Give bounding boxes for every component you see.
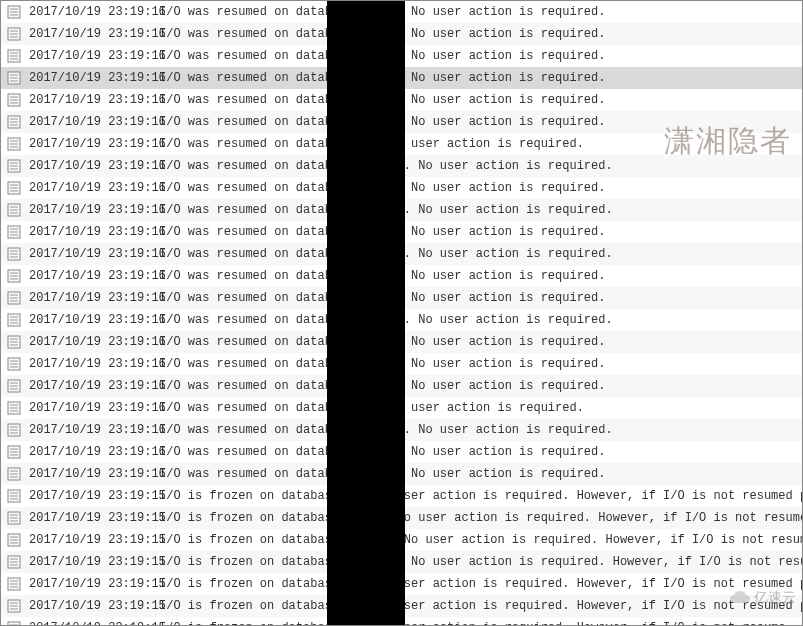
log-entry-icon (7, 27, 21, 41)
log-timestamp: 2017/10/19 23:19:16 (29, 93, 159, 107)
log-entry-icon (7, 467, 21, 481)
log-message: I/O was resumed on database XXXata. No u… (159, 203, 802, 217)
log-message: I/O was resumed on database XXXXX. No us… (159, 335, 802, 349)
log-entry-icon (7, 357, 21, 371)
log-entry-icon (7, 71, 21, 85)
log-timestamp: 2017/10/19 23:19:16 (29, 5, 159, 19)
log-entry-icon (7, 489, 21, 503)
log-message: I/O was resumed on database XXXXX. No us… (159, 467, 802, 481)
log-message: I/O was resumed on database XXXXX. No us… (159, 357, 802, 371)
log-timestamp: 2017/10/19 23:19:15 (29, 511, 159, 525)
log-timestamp: 2017/10/19 23:19:15 (29, 555, 159, 569)
log-entry-icon (7, 379, 21, 393)
log-entry-icon (7, 555, 21, 569)
log-timestamp: 2017/10/19 23:19:16 (29, 335, 159, 349)
log-entry-icon (7, 181, 21, 195)
log-entry-icon (7, 335, 21, 349)
log-timestamp: 2017/10/19 23:19:15 (29, 599, 159, 613)
log-entry-icon (7, 269, 21, 283)
log-entry-icon (7, 49, 21, 63)
log-message: I/O was resumed on database XXXing. No u… (159, 247, 802, 261)
log-entry-icon (7, 115, 21, 129)
log-timestamp: 2017/10/19 23:19:16 (29, 445, 159, 459)
log-message: I/O was resumed on database XXXXX. No us… (159, 115, 802, 129)
log-timestamp: 2017/10/19 23:19:16 (29, 401, 159, 415)
log-message: I/O was resumed on database XXXXX. No us… (159, 93, 802, 107)
log-message: I/O is frozen on database PXXXXX user ac… (159, 599, 802, 613)
log-timestamp: 2017/10/19 23:19:16 (29, 203, 159, 217)
log-message: I/O is frozen on database mXXXXX user ac… (159, 489, 802, 503)
log-timestamp: 2017/10/19 23:19:15 (29, 489, 159, 503)
log-message: I/O was resumed on database XXXXX. user … (159, 137, 802, 151)
log-entry-icon (7, 621, 21, 625)
log-timestamp: 2017/10/19 23:19:16 (29, 27, 159, 41)
log-timestamp: 2017/10/19 23:19:16 (29, 269, 159, 283)
log-entry-icon (7, 93, 21, 107)
log-message: I/O was resumed on database XXXXX. No us… (159, 5, 802, 19)
log-message: I/O was resumed on database XXXXX. No us… (159, 181, 802, 195)
log-entry-icon (7, 225, 21, 239)
log-entry-icon (7, 247, 21, 261)
log-entry-icon (7, 533, 21, 547)
redaction-bar (327, 1, 405, 625)
log-message: I/O was resumed on database XXXX B. No u… (159, 423, 802, 437)
log-timestamp: 2017/10/19 23:19:16 (29, 225, 159, 239)
log-entry-icon (7, 203, 21, 217)
log-message: I/O was resumed on database XXXXX. No us… (159, 27, 802, 41)
log-message: I/O is frozen on database PXXXXX user ac… (159, 577, 802, 591)
log-entry-icon (7, 137, 21, 151)
log-message: I/O was resumed on database XXXXX. No us… (159, 445, 802, 459)
log-entry-icon (7, 577, 21, 591)
log-timestamp: 2017/10/19 23:19:16 (29, 357, 159, 371)
log-message: I/O was resumed on database XXXXX. No us… (159, 225, 802, 239)
log-entry-icon (7, 401, 21, 415)
log-message: I/O was resumed on database XXXXX. No us… (159, 269, 802, 283)
log-message: I/O is frozen on database YXXXXX. No use… (159, 533, 802, 547)
log-message: I/O is frozen on database PXXXXX user ac… (159, 621, 802, 625)
log-timestamp: 2017/10/19 23:19:16 (29, 247, 159, 261)
log-timestamp: 2017/10/19 23:19:16 (29, 313, 159, 327)
log-message: I/O is frozen on database HXXXX a. No us… (159, 555, 802, 569)
log-entry-icon (7, 159, 21, 173)
log-timestamp: 2017/10/19 23:19:15 (29, 621, 159, 625)
log-entry-icon (7, 423, 21, 437)
log-timestamp: 2017/10/19 23:19:16 (29, 291, 159, 305)
log-message: I/O was resumed on database XXXXba. No u… (159, 159, 802, 173)
log-message: I/O is frozen on database CXXXXX No user… (159, 511, 802, 525)
log-message: I/O was resumed on database XXXXX. No us… (159, 71, 802, 85)
log-entry-icon (7, 445, 21, 459)
log-timestamp: 2017/10/19 23:19:16 (29, 71, 159, 85)
log-entry-icon (7, 511, 21, 525)
log-timestamp: 2017/10/19 23:19:16 (29, 115, 159, 129)
log-timestamp: 2017/10/19 23:19:15 (29, 577, 159, 591)
log-timestamp: 2017/10/19 23:19:16 (29, 423, 159, 437)
log-entry-icon (7, 291, 21, 305)
log-message: I/O was resumed on database XXXXX. user … (159, 401, 802, 415)
log-message: I/O was resumed on database XXXXX. No us… (159, 291, 802, 305)
log-entry-icon (7, 313, 21, 327)
log-timestamp: 2017/10/19 23:19:16 (29, 379, 159, 393)
log-timestamp: 2017/10/19 23:19:16 (29, 137, 159, 151)
log-entry-icon (7, 599, 21, 613)
log-message: I/O was resumed on database XXXXX. No us… (159, 49, 802, 63)
log-timestamp: 2017/10/19 23:19:16 (29, 467, 159, 481)
log-timestamp: 2017/10/19 23:19:16 (29, 159, 159, 173)
log-timestamp: 2017/10/19 23:19:16 (29, 181, 159, 195)
log-timestamp: 2017/10/19 23:19:15 (29, 533, 159, 547)
log-entry-icon (7, 5, 21, 19)
log-timestamp: 2017/10/19 23:19:16 (29, 49, 159, 63)
log-message: I/O was resumed on database XXXXX. No us… (159, 379, 802, 393)
log-message: I/O was resumed on database XXXnel. No u… (159, 313, 802, 327)
